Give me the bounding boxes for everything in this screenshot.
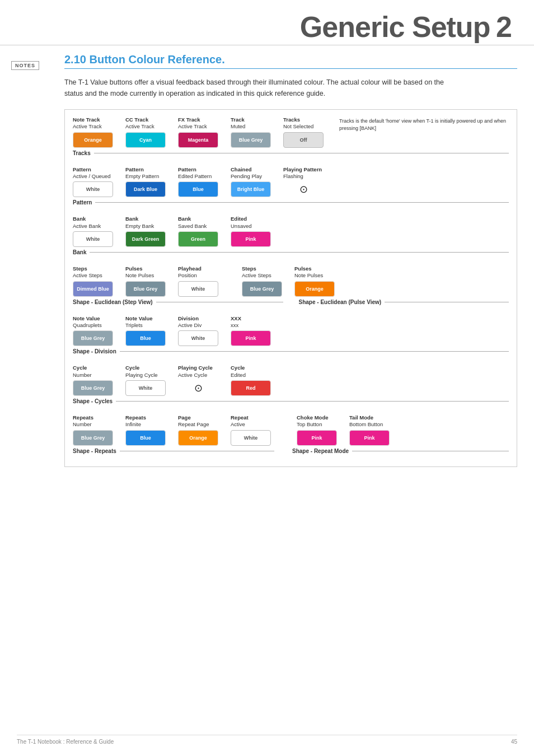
cell-playing-pattern: Playing PatternFlashing ⊙	[283, 166, 334, 198]
cell-choke-mode: Choke ModeTop Button Pink	[297, 414, 347, 446]
color-cc-track: Cyan	[125, 132, 166, 148]
euclidean-group: StepsActive Steps Dimmed Blue PulsesNote…	[73, 265, 509, 310]
color-bank-saved: Green	[178, 231, 218, 247]
section-name: Generic Setup	[300, 11, 490, 43]
color-note-track: Orange	[73, 132, 113, 148]
color-bank-active: White	[73, 231, 113, 247]
color-cycle-number: Blue Grey	[73, 380, 113, 396]
cell-note-value-quad: Note ValueQuadruplets Blue Grey	[73, 315, 123, 347]
euclidean-pulse-divider: Shape - Euclidean (Pulse View)	[299, 299, 509, 305]
color-track-muted: Blue Grey	[231, 132, 271, 148]
cell-division-active: DivisionActive Div White	[178, 315, 228, 347]
intro-text: The T-1 Value buttons offer a visual fee…	[64, 77, 445, 99]
cell-tail-mode: Tail ModeBottom Button Pink	[349, 414, 400, 446]
top-rule	[0, 45, 534, 45]
euclidean-step-divider: Shape - Euclidean (Step View)	[73, 299, 283, 305]
cell-cycle-edited: CycleEdited Red	[231, 365, 281, 396]
cycles-cells: CycleNumber Blue Grey CyclePlaying Cycle…	[73, 365, 509, 396]
cell-playing-cycle-active: Playing CycleActive Cycle ⊙	[178, 365, 228, 396]
color-xxx: Pink	[231, 330, 271, 346]
cell-bank-edited: EditedUnsaved Pink	[231, 216, 281, 247]
color-pattern-empty: Dark Blue	[125, 181, 166, 197]
pattern-group: PatternActive / Queued White PatternEmpt…	[73, 166, 509, 211]
cycle-flash-icon: ⊙	[178, 380, 218, 396]
cell-chained-pending: ChainedPending Play Bright Blue	[231, 166, 281, 198]
color-fx-track: Magenta	[178, 132, 218, 148]
cell-cycle-playing: CyclePlaying Cycle White	[125, 365, 176, 396]
cell-steps-active-pulse: StepsActive Steps Blue Grey	[242, 265, 292, 297]
color-note-quad: Blue Grey	[73, 330, 113, 346]
color-playhead: White	[178, 281, 218, 297]
cell-repeat-active: RepeatActive White	[231, 414, 281, 446]
cell-bank-saved: BankSaved Bank Green	[178, 216, 228, 247]
repeat-mode-divider: Shape - Repeat Mode	[292, 448, 509, 454]
color-repeat-active: White	[231, 430, 271, 446]
color-repeats-infinite: Blue	[125, 430, 166, 446]
main-content: 2.10 Button Colour Reference. The T-1 Va…	[64, 53, 517, 467]
repeats-group: RepeatsNumber Blue Grey RepeatsInfinite …	[73, 414, 509, 454]
color-tail-bottom: Pink	[349, 430, 390, 446]
cell-cc-track: CC TrackActive Track Cyan	[125, 116, 176, 148]
reference-area: Note TrackActive Track Orange CC TrackAc…	[64, 109, 517, 467]
color-choke-top: Pink	[297, 430, 337, 446]
repeats-dividers: Shape - Repeats Shape - Repeat Mode	[73, 448, 509, 454]
color-pattern-edited: Blue	[178, 181, 218, 197]
cell-repeats-infinite: RepeatsInfinite Blue	[125, 414, 176, 446]
cell-repeats-number: RepeatsNumber Blue Grey	[73, 414, 123, 446]
color-steps-pulse: Blue Grey	[242, 281, 282, 297]
page-footer: The T-1 Notebook : Reference & Guide 45	[17, 735, 517, 745]
color-bank-empty: Dark Green	[125, 231, 166, 247]
color-tracks-off: Off	[283, 132, 324, 148]
bank-cells: BankActive Bank White BankEmpty Bank Dar…	[73, 216, 509, 247]
division-cells: Note ValueQuadruplets Blue Grey Note Val…	[73, 315, 509, 347]
color-division-active: White	[178, 330, 218, 346]
cell-bank-active: BankActive Bank White	[73, 216, 123, 247]
cell-bank-empty: BankEmpty Bank Dark Green	[125, 216, 176, 247]
division-divider: Shape - Division	[73, 348, 509, 354]
bank-group: BankActive Bank White BankEmpty Bank Dar…	[73, 216, 509, 260]
color-chained-pending: Bright Blue	[231, 181, 271, 197]
cell-cycle-number: CycleNumber Blue Grey	[73, 365, 123, 396]
repeats-divider: Shape - Repeats	[73, 448, 274, 454]
cell-pulses-note-step: PulsesNote Pulses Blue Grey	[125, 265, 176, 297]
repeats-cells: RepeatsNumber Blue Grey RepeatsInfinite …	[73, 414, 509, 446]
cell-pattern-edited: PatternEdited Pattern Blue	[178, 166, 228, 198]
footer-left: The T-1 Notebook : Reference & Guide	[17, 739, 114, 745]
flash-icon: ⊙	[283, 181, 324, 197]
cell-pulses-note-pulse: PulsesNote Pulses Orange	[294, 265, 345, 297]
euclidean-dividers: Shape - Euclidean (Step View) Shape - Eu…	[73, 299, 509, 305]
cell-xxx: XXXxxx Pink	[231, 315, 281, 347]
color-pattern-active: White	[73, 181, 113, 197]
division-group: Note ValueQuadruplets Blue Grey Note Val…	[73, 315, 509, 360]
cell-playhead: PlayheadPosition White	[178, 265, 228, 297]
color-cycle-playing: White	[125, 380, 166, 396]
color-repeats-number: Blue Grey	[73, 430, 113, 446]
cell-pattern-active: PatternActive / Queued White	[73, 166, 123, 198]
cell-page-repeat: PageRepeat Page Orange	[178, 414, 228, 446]
euclidean-cells: StepsActive Steps Dimmed Blue PulsesNote…	[73, 265, 509, 297]
color-note-trip: Blue	[125, 330, 166, 346]
notes-label: NOTES	[11, 61, 39, 70]
tracks-cells: Note TrackActive Track Orange CC TrackAc…	[73, 116, 509, 148]
bank-divider: Bank	[73, 249, 509, 255]
cell-fx-track: FX TrackActive Track Magenta	[178, 116, 228, 148]
tracks-divider: Tracks	[73, 150, 509, 156]
color-pulses-step: Blue Grey	[125, 281, 166, 297]
cycles-divider: Shape - Cycles	[73, 398, 509, 404]
section-title: 2.10 Button Colour Reference.	[64, 53, 517, 69]
page-number: 2	[496, 11, 512, 43]
color-bank-edited: Pink	[231, 231, 271, 247]
cell-note-value-trip: Note ValueTriplets Blue	[125, 315, 176, 347]
color-cycle-edited: Red	[231, 380, 271, 396]
notes-sidebar: NOTES	[11, 59, 56, 70]
footer-right: 45	[511, 739, 517, 745]
color-page-repeat: Orange	[178, 430, 218, 446]
tracks-side-note: Tracks is the default 'home' view when T…	[339, 116, 509, 132]
cell-pattern-empty: PatternEmpty Pattern Dark Blue	[125, 166, 176, 198]
cell-track-muted: TrackMuted Blue Grey	[231, 116, 281, 148]
cell-note-track: Note TrackActive Track Orange	[73, 116, 123, 148]
pattern-divider: Pattern	[73, 199, 509, 206]
pattern-cells: PatternActive / Queued White PatternEmpt…	[73, 166, 509, 198]
color-pulses-pulse: Orange	[294, 281, 335, 297]
page-title: Generic Setup 2	[300, 10, 512, 44]
